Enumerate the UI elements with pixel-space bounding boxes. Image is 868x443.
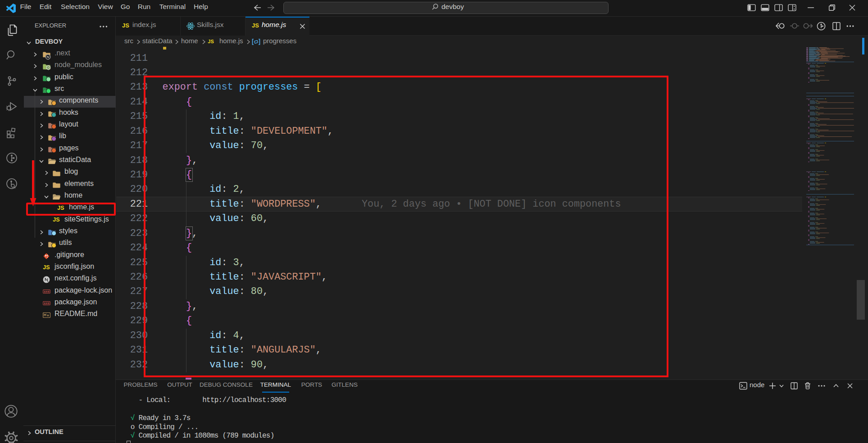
svg-text:JS: JS: [47, 66, 50, 69]
